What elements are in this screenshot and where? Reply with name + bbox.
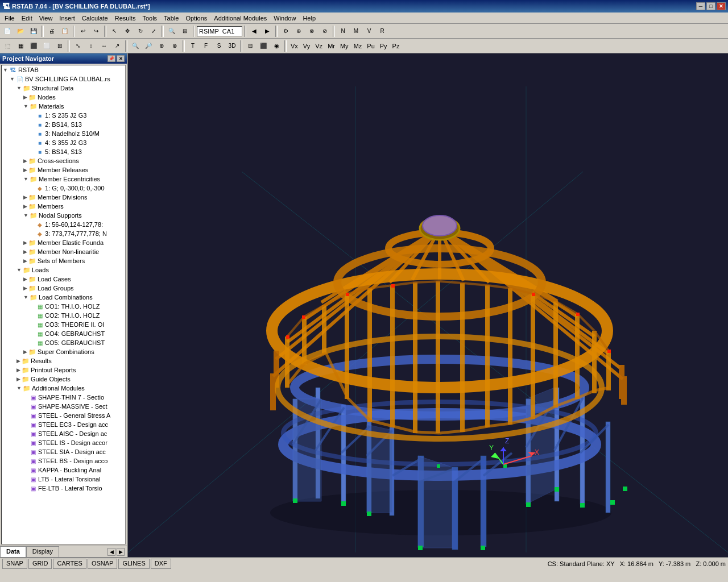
menu-item-insert[interactable]: Insert [56,14,78,23]
tree-item-steelg[interactable]: ▣STEEL - General Stress A [2,411,125,420]
tree-container[interactable]: ▼🏗RSTAB▼📄BV SCHILLING FA DLUBAL.rs▼📁Stru… [1,65,126,544]
tree-item-rstab[interactable]: ▼🏗RSTAB [2,65,125,74]
menu-item-tools[interactable]: Tools [139,14,160,23]
save-button[interactable]: 💾 [27,25,40,38]
navigator-tabs[interactable]: Data Display ◀ ▶ [0,546,127,557]
tree-item-co3[interactable]: ▦CO3: THEORIE II. OI [2,320,125,329]
expand-icon-members[interactable]: ▶ [23,203,27,209]
minimize-button[interactable]: ─ [696,2,705,10]
rsimp-input[interactable] [197,26,242,36]
tb-btn-c[interactable]: ⊗ [305,25,318,38]
expand-icon-materials[interactable]: ▼ [23,103,28,109]
tree-item-kappa[interactable]: ▣KAPPA - Buckling Anal [2,465,125,475]
tb-btn-a[interactable]: ⚙ [279,25,292,38]
tree-item-materials[interactable]: ▼📁Materials [2,102,125,111]
tree-item-elastic[interactable]: ▶📁Member Elastic Founda [2,238,125,247]
menu-item-view[interactable]: View [36,14,56,23]
tb2-btn-a[interactable]: ⬚ [1,40,14,52]
tree-item-steelsia[interactable]: ▣STEEL SIA - Design acc [2,447,125,456]
tab-data[interactable]: Data [0,546,26,557]
tab-display[interactable]: Display [26,546,59,557]
tb2-wire[interactable]: ⊟ [244,40,257,52]
menu-item-edit[interactable]: Edit [18,14,36,23]
new-button[interactable]: 📄 [1,25,14,38]
expand-icon-addmod[interactable]: ▼ [16,385,22,391]
tb2-btn-m[interactable]: ⊗ [168,40,181,52]
scale-button[interactable]: ⤢ [147,25,160,38]
tb-btn-b[interactable]: ⊕ [292,25,305,38]
tree-item-co4[interactable]: ▦CO4: GEBRAUCHST [2,329,125,338]
maximize-button[interactable]: □ [706,2,715,10]
tree-item-mat3[interactable]: ■3: Nadelholz S10/M [2,129,125,138]
zoom-in-button[interactable]: 🔍 [166,25,178,38]
menu-item-window[interactable]: Window [270,14,299,23]
expand-icon-rstab[interactable]: ▼ [3,67,8,73]
nav-arrows[interactable]: ◀ ▶ [107,546,127,557]
tree-item-bv[interactable]: ▼📄BV SCHILLING FA DLUBAL.rs [2,74,125,84]
viewport[interactable]: X Y Z [128,53,728,557]
expand-icon-loadgroups[interactable]: ▶ [23,285,27,291]
expand-icon-guide[interactable]: ▶ [16,376,20,382]
nav-close-button[interactable]: ✕ [117,55,125,62]
tree-item-nodal3[interactable]: ◆3: 773,774,777,778; N [2,229,125,238]
expand-icon-eccentricities[interactable]: ▼ [23,176,28,182]
glines-button[interactable]: GLINES [118,559,149,569]
tb-btn-g[interactable]: V [363,25,375,38]
grid-button[interactable]: GRID [28,559,52,569]
tb-btn-f[interactable]: M [350,25,362,38]
move-button[interactable]: ✥ [121,25,134,38]
title-bar-controls[interactable]: ─ □ ✕ [696,2,726,10]
expand-icon-nodal[interactable]: ▼ [23,213,28,218]
tree-item-loadcases[interactable]: ▶📁Load Cases [2,275,125,284]
tb2-camera-3d[interactable]: 3D [226,40,238,52]
expand-icon-releases[interactable]: ▶ [23,167,27,173]
undo-button[interactable]: ↩ [77,25,89,38]
tree-item-nodes[interactable]: ▶📁Nodes [2,93,125,102]
tree-item-ecc1[interactable]: ◆1: G; 0,-300,0; 0,-300 [2,184,125,193]
tree-item-ltb[interactable]: ▣LTB - Lateral Torsional [2,475,125,484]
tree-item-mat2[interactable]: ■2: BS14, S13 [2,120,125,129]
nav-arrow-left[interactable]: ◀ [107,548,115,556]
tree-item-cross[interactable]: ▶📁Cross-sections [2,156,125,165]
prev-button[interactable]: ◀ [248,25,260,38]
expand-icon-loads[interactable]: ▼ [16,267,22,273]
tree-item-shapem[interactable]: ▣SHAPE-MASSIVE - Sect [2,402,125,411]
tree-item-steelaisc[interactable]: ▣STEEL AISC - Design ac [2,429,125,438]
tb2-btn-f[interactable]: ⤡ [72,40,84,52]
tree-item-sets[interactable]: ▶📁Sets of Members [2,256,125,265]
tree-item-mat5[interactable]: ■5: BS14, S13 [2,147,125,156]
expand-icon-nonlin[interactable]: ▶ [23,249,27,255]
menu-item-table[interactable]: Table [160,14,182,23]
cartes-button[interactable]: CARTES [53,559,86,569]
close-button[interactable]: ✕ [717,2,726,10]
tree-item-mat4[interactable]: ■4: S 355 J2 G3 [2,138,125,147]
expand-icon-supercombos[interactable]: ▶ [23,349,27,355]
expand-icon-results[interactable]: ▶ [16,358,20,364]
expand-icon-loadcases[interactable]: ▶ [23,276,27,282]
tree-item-fltb[interactable]: ▣FE-LTB - Lateral Torsio [2,484,125,493]
tb2-camera-top[interactable]: T [187,40,199,52]
tree-item-results[interactable]: ▶📁Results [2,356,125,365]
tb2-btn-l[interactable]: ⊕ [155,40,168,52]
open-button[interactable]: 📂 [14,25,27,38]
tb-btn-d[interactable]: ⊘ [318,25,331,38]
expand-icon-structural[interactable]: ▼ [16,85,22,91]
expand-icon-bv[interactable]: ▼ [10,76,15,82]
expand-icon-loadcombos[interactable]: ▼ [23,294,28,300]
tree-item-members[interactable]: ▶📁Members [2,202,125,211]
tree-item-steelec3[interactable]: ▣STEEL EC3 - Design acc [2,420,125,429]
expand-icon-nodes[interactable]: ▶ [23,94,27,100]
tree-item-releases[interactable]: ▶📁Member Releases [2,165,125,174]
tree-item-co1[interactable]: ▦CO1: TH.I.O. HOLZ [2,302,125,311]
print-button[interactable]: 🖨 [46,25,58,38]
tree-item-divisions[interactable]: ▶📁Member Divisions [2,193,125,202]
tb-btn-h[interactable]: R [376,25,388,38]
tree-item-nonlin[interactable]: ▶📁Member Non-linearitie [2,247,125,256]
tb2-render[interactable]: ◉ [270,40,283,52]
tree-item-structural[interactable]: ▼📁Structural Data [2,84,125,93]
expand-icon-divisions[interactable]: ▶ [23,194,27,200]
tb2-btn-j[interactable]: 🔍 [129,40,142,52]
tree-item-nodal1[interactable]: ◆1: 56-60,124-127,78: [2,220,125,229]
redo-button[interactable]: ↪ [90,25,102,38]
zoom-fit-button[interactable]: ⊞ [179,25,191,38]
